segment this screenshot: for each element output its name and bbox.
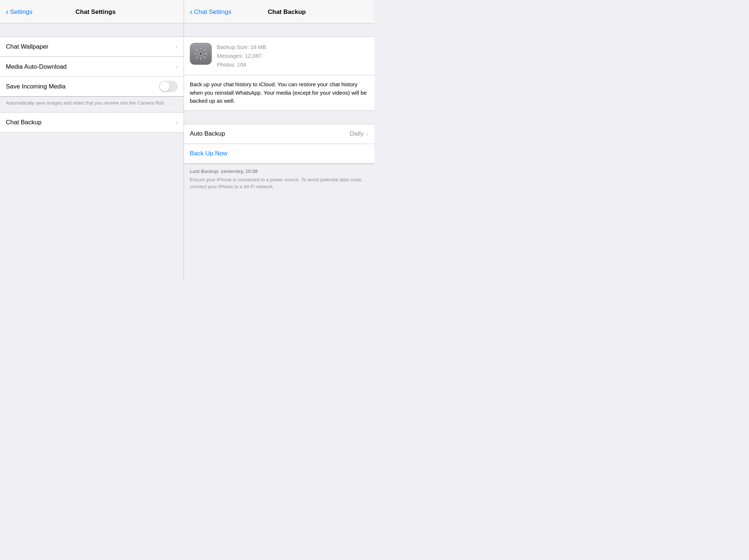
icloud-backup-icon [190, 43, 212, 65]
settings-table: Chat Wallpaper › Media Auto-Download › S… [0, 37, 184, 97]
chat-backup-label: Chat Backup [6, 119, 176, 126]
chat-backup-panel: ‹ Chat Settings Chat Backup [184, 0, 374, 280]
gear-svg [193, 46, 209, 62]
back-chevron-icon-right: ‹ [190, 8, 192, 16]
svg-point-11 [200, 53, 202, 55]
backup-stats: Backup Size: 18 MB Messages: 12,087 Phot… [217, 43, 369, 69]
chat-backup-title: Chat Backup [268, 8, 306, 15]
save-incoming-media-toggle[interactable] [159, 81, 178, 92]
back-chevron-icon: ‹ [6, 8, 8, 16]
media-auto-download-row[interactable]: Media Auto-Download › [0, 57, 184, 77]
chat-wallpaper-chevron-icon: › [176, 43, 178, 50]
backup-now-label: Back Up Now [190, 150, 227, 157]
mid-spacer [184, 111, 374, 124]
auto-backup-row[interactable]: Auto Backup Daily › [184, 124, 374, 144]
chat-settings-back-button[interactable]: ‹ Chat Settings [190, 8, 231, 16]
save-incoming-media-label: Save Incoming Media [6, 83, 159, 90]
media-auto-download-chevron-icon: › [176, 63, 178, 71]
chat-settings-nav: ‹ Settings Chat Settings [0, 0, 184, 23]
chat-backup-row[interactable]: Chat Backup › [0, 113, 184, 132]
svg-line-9 [196, 57, 197, 58]
last-backup-desc: Ensure your iPhone is connected to a pow… [190, 176, 369, 190]
media-auto-download-label: Media Auto-Download [6, 63, 176, 71]
last-backup-section: Last Backup: yesterday, 10:58 Ensure you… [184, 164, 374, 195]
chat-backup-chevron-icon: › [176, 119, 178, 126]
back-label: Settings [10, 8, 32, 16]
auto-backup-section: Auto Backup Daily › Back Up Now [184, 124, 374, 164]
svg-line-8 [204, 49, 205, 50]
right-top-spacer [184, 23, 374, 37]
backup-description: Back up your chat history to iCloud. You… [184, 75, 374, 111]
last-backup-title: Last Backup: yesterday, 10:58 [190, 169, 369, 174]
top-spacer [0, 23, 184, 37]
chat-settings-title: Chat Settings [76, 8, 116, 15]
auto-backup-value: Daily [350, 130, 364, 137]
backup-now-row[interactable]: Back Up Now [184, 144, 374, 164]
svg-line-7 [204, 57, 205, 58]
svg-line-6 [196, 49, 197, 50]
back-label-right: Chat Settings [194, 8, 231, 16]
chat-settings-panel: ‹ Settings Chat Settings Chat Wallpaper … [0, 0, 184, 280]
save-incoming-media-row: Save Incoming Media [0, 77, 184, 97]
toggle-knob [160, 82, 170, 91]
backup-info-section: Backup Size: 18 MB Messages: 12,087 Phot… [184, 37, 374, 75]
backup-size-stat: Backup Size: 18 MB [217, 43, 369, 52]
chat-wallpaper-row[interactable]: Chat Wallpaper › [0, 37, 184, 57]
chat-wallpaper-label: Chat Wallpaper [6, 43, 176, 50]
messages-stat: Messages: 12,087 [217, 52, 369, 60]
auto-backup-chevron-icon: › [366, 130, 369, 138]
auto-backup-label: Auto Backup [190, 130, 350, 137]
settings-back-button[interactable]: ‹ Settings [6, 8, 33, 16]
toggle-footer: Automatically save images and video that… [0, 97, 184, 112]
chat-backup-nav: ‹ Chat Settings Chat Backup [184, 0, 374, 23]
chat-backup-section: Chat Backup › [0, 112, 184, 133]
photos-stat: Photos: 104 [217, 60, 369, 69]
